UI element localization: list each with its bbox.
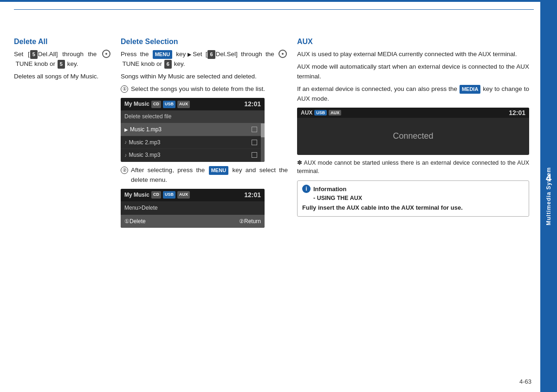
- info-sub: - USING THE AUX: [313, 195, 524, 201]
- step2-text: After selecting, press the MENU key and …: [131, 166, 288, 185]
- screen1-badge-usb: USB: [163, 101, 175, 108]
- screen1-row2-left: ♪ Music 2.mp3: [124, 138, 161, 147]
- aux-screen-body: Connected: [297, 118, 529, 155]
- screen1-time: 12:01: [244, 99, 261, 109]
- screen1-row3-left: ♪ Music 3.mp3: [124, 151, 161, 160]
- columns-layout: Delete All Set [5Del.All] through the TU…: [14, 10, 534, 231]
- aux-screen-title: AUX: [301, 109, 312, 116]
- screen1-row2: ♪ Music 2.mp3: [121, 136, 261, 149]
- screen2-menu-label: Menu>Delete: [124, 204, 158, 212]
- aux-screen-mockup: AUX USB AUX 12:01 Connected: [297, 108, 529, 155]
- delete-all-section: Delete All Set [5Del.All] through the TU…: [14, 38, 121, 231]
- step2: ② After selecting, press the MENU key an…: [121, 166, 288, 185]
- badge-6-delsel: 6: [207, 50, 215, 59]
- row3-checkbox: [252, 152, 257, 158]
- screen1-list: ▶ Music 1.mp3 ♪ Music 2.mp3: [121, 123, 265, 162]
- aux-screen-badge-aux: AUX: [329, 110, 341, 116]
- screen1-rows: ▶ Music 1.mp3 ♪ Music 2.mp3: [121, 123, 261, 162]
- screen1-header-left: My Music CD USB AUX: [124, 100, 190, 109]
- screen1-scrollbar: [261, 123, 265, 162]
- screen2-delete-btn: ①Delete: [124, 217, 146, 226]
- screen1-badge-cd: CD: [151, 101, 161, 108]
- screen2-header-left: My Music CD USB AUX: [124, 191, 190, 199]
- aux-section: AUX AUX is used to play external MEDIA c…: [297, 38, 534, 231]
- delete-selection-heading: Delete Selection: [121, 38, 288, 46]
- aux-note: ✽ AUX mode cannot be started unless ther…: [297, 159, 529, 176]
- row2-label: Music 2.mp3: [129, 138, 161, 147]
- screen1-title: My Music: [124, 100, 149, 109]
- step1: ① Select the songs you wish to delete fr…: [121, 84, 288, 94]
- screen1-row1: ▶ Music 1.mp3: [121, 123, 261, 136]
- screen1-body: Delete selected file ▶ Music 1.mp3: [121, 110, 265, 161]
- screen2-badge-aux: AUX: [177, 191, 190, 199]
- info-icon: i: [302, 185, 311, 193]
- tune-knob-icon2: [278, 50, 287, 58]
- screen2-header: My Music CD USB AUX 12:01: [121, 189, 265, 202]
- row3-label: Music 3.mp3: [129, 151, 161, 160]
- media-badge: MEDIA: [460, 85, 480, 94]
- step1-text: Select the songs you wish to delete from…: [131, 84, 265, 94]
- chapter-tab: 4 Multimedia System: [540, 0, 557, 392]
- page-content: Delete All Set [5Del.All] through the TU…: [14, 9, 534, 378]
- info-body: Fully insert the AUX cable into the AUX …: [302, 203, 524, 212]
- screen2-menu-delete: Menu>Delete: [121, 201, 265, 215]
- aux-body: AUX is used to play external MEDIA curre…: [297, 50, 529, 104]
- row2-checkbox: [252, 140, 257, 145]
- screen2-actions: ①Delete ②Return: [121, 215, 265, 228]
- screen2-title: My Music: [124, 191, 149, 199]
- screen1-badge-aux: AUX: [177, 101, 190, 108]
- screen1-row1-left: ▶ Music 1.mp3: [124, 125, 162, 134]
- aux-screen-header: AUX USB AUX 12:01: [297, 108, 529, 118]
- delete-selection-section: Delete Selection Press the MENU key▶Set …: [121, 38, 297, 231]
- row3-icon: ♪: [124, 151, 127, 159]
- row1-checkbox: [252, 127, 257, 132]
- step2-menu-badge: MENU: [209, 166, 228, 175]
- aux-screen-badge-usb: USB: [314, 110, 327, 116]
- delete-selection-para2: Songs within My Music are selected and d…: [121, 72, 288, 82]
- aux-para3: If an external device is connected, you …: [297, 84, 529, 104]
- row2-icon: ♪: [124, 138, 127, 146]
- delete-selection-para1: Press the MENU key▶Set [6Del.Sel] throug…: [121, 50, 288, 69]
- screen2-body: Menu>Delete ①Delete ②Return: [121, 201, 265, 228]
- delete-all-para2: Deletes all songs of My Music.: [14, 72, 111, 82]
- aux-screen-header-left: AUX USB AUX: [301, 109, 341, 116]
- screen1-scroll-thumb: [261, 123, 265, 137]
- row1-label: Music 1.mp3: [130, 125, 162, 134]
- step1-number: ①: [121, 85, 128, 93]
- page-number: 4-63: [519, 378, 531, 385]
- tune-knob-icon: [102, 50, 110, 58]
- screen2-badge-usb: USB: [163, 191, 175, 199]
- top-decorative-line: [0, 0, 557, 2]
- screen2-badge-cd: CD: [151, 191, 161, 199]
- badge-5-delall: 5: [30, 50, 38, 59]
- info-box: i Information - USING THE AUX Fully inse…: [297, 180, 529, 217]
- screen2-return-btn: ②Return: [239, 217, 261, 226]
- aux-screen-time: 12:01: [509, 109, 525, 116]
- badge-5-key: 5: [58, 60, 65, 69]
- delete-all-body: Set [5Del.All] through the TUNE knob or …: [14, 50, 111, 82]
- menu-badge: MENU: [153, 50, 172, 59]
- info-title: Information: [313, 186, 347, 193]
- aux-heading: AUX: [297, 38, 529, 46]
- step2-number: ②: [121, 167, 128, 174]
- screen2-time: 12:01: [244, 190, 261, 200]
- chapter-label: Multimedia System: [545, 167, 552, 225]
- screen1-header: My Music CD USB AUX 12:01: [121, 98, 265, 111]
- screen1-mockup: My Music CD USB AUX 12:01 Delete selecte…: [121, 98, 265, 162]
- aux-para2: AUX mode will automatically start when a…: [297, 62, 529, 82]
- info-box-header: i Information: [302, 185, 524, 193]
- screen1-row3: ♪ Music 3.mp3: [121, 149, 261, 162]
- delete-selection-body: Press the MENU key▶Set [6Del.Sel] throug…: [121, 50, 288, 228]
- aux-connected-label: Connected: [393, 131, 433, 141]
- info-icon-letter: i: [305, 186, 307, 192]
- delete-all-heading: Delete All: [14, 38, 111, 46]
- badge-6-key: 6: [164, 60, 172, 69]
- screen1-delete-header: Delete selected file: [121, 110, 265, 123]
- screen2-mockup: My Music CD USB AUX 12:01 Menu>Delete ①D…: [121, 189, 265, 228]
- aux-para1: AUX is used to play external MEDIA curre…: [297, 50, 529, 59]
- delete-all-para1: Set [5Del.All] through the TUNE knob or …: [14, 50, 111, 69]
- row1-arrow: ▶: [124, 126, 128, 134]
